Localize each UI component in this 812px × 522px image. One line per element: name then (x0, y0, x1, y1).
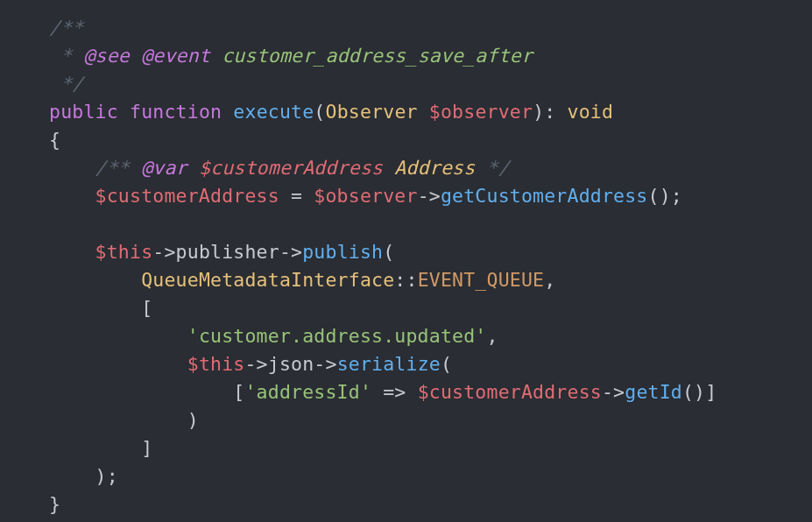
docblock-close: */ (49, 73, 83, 95)
string-literal: 'customer.address.updated' (187, 325, 487, 347)
code-line: ['addressId' => $customerAddress->getId(… (49, 381, 717, 403)
variable: $customerAddress (95, 185, 279, 207)
event-name: customer_address_save_after (222, 45, 533, 67)
method-call: getId (625, 381, 682, 403)
code-line: { (49, 129, 60, 151)
code-line: QueueMetadataInterface::EVENT_QUEUE, (49, 269, 555, 291)
property: publisher (176, 241, 279, 263)
code-line: public function execute(Observer $observ… (49, 101, 613, 123)
code-line: $this->json->serialize( (49, 353, 452, 375)
code-line: /** @var $customerAddress Address */ (49, 157, 510, 179)
variable: $observer (314, 185, 417, 207)
class-ref: QueueMetadataInterface (141, 269, 394, 291)
return-type: void (568, 101, 614, 123)
code-line: $this->publisher->publish( (49, 241, 394, 263)
code-line: */ (49, 73, 83, 95)
constant: EVENT_QUEUE (418, 269, 545, 291)
code-line: } (49, 493, 60, 515)
code-line: 'customer.address.updated', (49, 325, 498, 347)
visibility-keyword: public (49, 101, 118, 123)
doc-var: $customerAddress (199, 157, 383, 179)
variable: $customerAddress (418, 381, 602, 403)
docblock-open: /** (49, 17, 83, 39)
code-line: * @see @event customer_address_save_afte… (49, 45, 533, 67)
code-line: ] (49, 437, 152, 459)
property: json (268, 353, 314, 375)
code-line: $customerAddress = $observer->getCustome… (49, 185, 682, 207)
event-tag: @event (141, 45, 210, 67)
code-line: ); (49, 465, 118, 487)
method-name: execute (233, 101, 314, 123)
brace-open: { (49, 129, 60, 151)
param-var: $observer (429, 101, 533, 123)
this-var: $this (187, 353, 245, 375)
code-line: /** (49, 17, 83, 39)
code-line: ) (49, 409, 199, 431)
method-call: getCustomerAddress (441, 185, 648, 207)
param-type: Observer (326, 101, 418, 123)
code-line: [ (49, 297, 152, 319)
string-literal: 'addressId' (244, 381, 371, 403)
brace-close: } (49, 493, 60, 515)
method-call: publish (302, 241, 383, 263)
method-call: serialize (337, 353, 441, 375)
see-tag: @see (83, 45, 130, 67)
doc-type: Address (394, 157, 475, 179)
code-block: /** * @see @event customer_address_save_… (0, 0, 812, 518)
var-tag: @var (141, 157, 187, 179)
this-var: $this (95, 241, 153, 263)
function-keyword: function (130, 101, 222, 123)
